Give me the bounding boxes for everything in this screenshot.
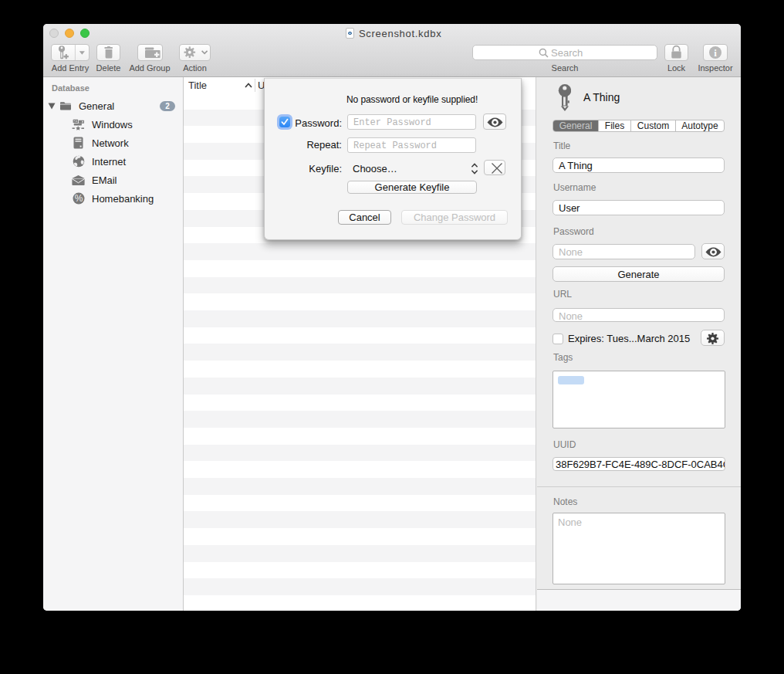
svg-text:%: % [75,193,83,204]
svg-text:i: i [714,47,717,59]
